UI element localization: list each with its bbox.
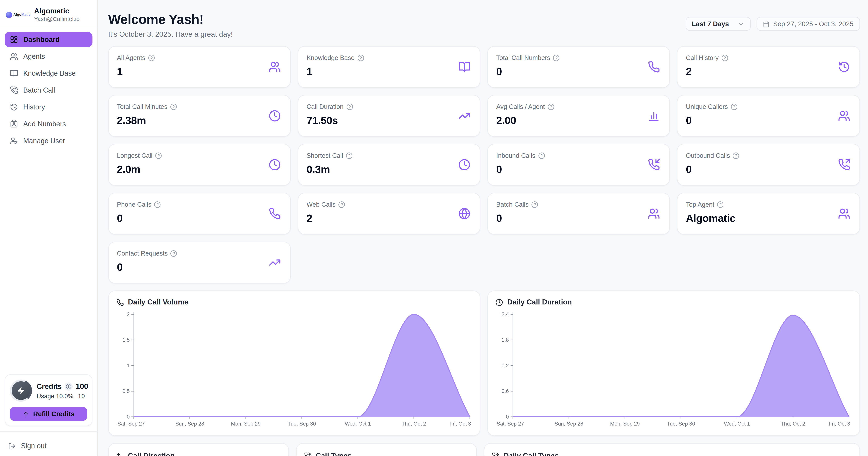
help-icon[interactable] xyxy=(548,104,554,110)
stat-value: 0 xyxy=(117,212,282,225)
svg-text:Wed, Oct 1: Wed, Oct 1 xyxy=(345,421,371,427)
history-icon xyxy=(838,61,850,73)
help-icon[interactable] xyxy=(358,55,364,61)
help-icon[interactable] xyxy=(733,152,739,159)
stat-card: Outbound Calls 0 xyxy=(677,144,860,186)
stats-grid: All Agents 1 Knowledge Base 1 Total Call… xyxy=(108,46,860,284)
help-icon[interactable] xyxy=(538,152,545,159)
sidebar-item-dashboard[interactable]: Dashboard xyxy=(5,32,92,47)
clock-icon xyxy=(496,298,503,306)
logo-orb-icon xyxy=(6,11,12,18)
svg-text:Tue, Sep 30: Tue, Sep 30 xyxy=(667,421,695,427)
trending-up-icon xyxy=(269,257,281,269)
svg-text:Tue, Sep 30: Tue, Sep 30 xyxy=(288,421,316,427)
users-icon xyxy=(838,208,850,220)
stat-card: Unique Callers 0 xyxy=(677,95,860,137)
svg-text:Thu, Oct 2: Thu, Oct 2 xyxy=(402,421,426,427)
credits-summary: Credits 100 Usage 10.0% 10 xyxy=(10,380,87,402)
stat-value: 2 xyxy=(686,66,851,78)
stat-value: 0.3m xyxy=(306,164,472,176)
bottom-chart-card: Call Direction xyxy=(108,443,289,456)
help-icon[interactable] xyxy=(170,250,177,257)
phone-incoming-icon xyxy=(648,159,660,171)
svg-text:0.5: 0.5 xyxy=(122,388,130,394)
stat-card: Shortest Call 0.3m xyxy=(298,144,480,186)
chevron-down-icon xyxy=(738,21,744,27)
svg-text:0: 0 xyxy=(506,414,509,420)
sidebar-item-add-numbers[interactable]: Add Numbers xyxy=(5,117,92,132)
help-icon[interactable] xyxy=(731,104,737,110)
date-range-dropdown-value: Last 7 Days xyxy=(692,20,729,27)
stat-label: Inbound Calls xyxy=(496,152,535,159)
sidebar-nav: Dashboard Agents Knowledge Base Batch Ca… xyxy=(5,32,92,149)
stat-label: All Agents xyxy=(117,54,145,61)
svg-text:Sat, Sep 27: Sat, Sep 27 xyxy=(118,421,145,427)
sidebar-item-history[interactable]: History xyxy=(5,100,92,115)
credits-used-value: 10 xyxy=(78,393,88,400)
stat-label: Knowledge Base xyxy=(306,54,354,61)
credits-card: Credits 100 Usage 10.0% 10 Refill Credit… xyxy=(5,374,92,426)
help-icon[interactable] xyxy=(717,201,723,208)
help-icon[interactable] xyxy=(148,55,155,61)
help-icon[interactable] xyxy=(155,152,162,159)
help-icon[interactable] xyxy=(553,55,560,61)
app-root: AlgoMatic Algomatic Yash@Callintel.io Da… xyxy=(0,0,868,456)
stat-value: 0 xyxy=(686,164,851,176)
daily-call-duration-card: Daily Call Duration 00.61.21.82.4Sat, Se… xyxy=(488,290,860,436)
date-range-picker[interactable]: Sep 27, 2025 - Oct 3, 2025 xyxy=(756,17,860,31)
users-icon xyxy=(269,61,281,73)
stat-card: Contact Requests 0 xyxy=(108,241,291,284)
help-icon[interactable] xyxy=(338,201,345,208)
arrow-up-icon xyxy=(23,411,29,417)
book-open-icon xyxy=(458,61,471,73)
svg-text:Sun, Sep 28: Sun, Sep 28 xyxy=(555,421,584,427)
stat-card: Knowledge Base 1 xyxy=(298,46,480,88)
users-icon xyxy=(838,110,850,122)
page-title: Welcome Yash! xyxy=(108,12,233,27)
sidebar-item-label: History xyxy=(23,103,45,111)
sidebar-item-label: Manage User xyxy=(23,137,65,145)
stat-card: Call Duration 71.50s xyxy=(298,95,480,137)
help-icon[interactable] xyxy=(721,55,728,61)
stat-card: Total Call Minutes 2.38m xyxy=(108,95,291,137)
svg-text:Fri, Oct 3: Fri, Oct 3 xyxy=(450,421,471,427)
user-email: Yash@Callintel.io xyxy=(34,16,80,22)
help-icon[interactable] xyxy=(531,201,538,208)
sidebar-item-batch-call[interactable]: Batch Call xyxy=(5,83,92,98)
sign-out-button[interactable]: Sign out xyxy=(5,437,92,451)
sidebar-item-agents[interactable]: Agents xyxy=(5,49,92,64)
stat-value: 71.50s xyxy=(306,115,472,127)
help-icon[interactable] xyxy=(154,201,161,208)
page-subtitle: It's October 3, 2025. Have a great day! xyxy=(108,30,233,38)
date-range-dropdown[interactable]: Last 7 Days xyxy=(685,17,750,31)
help-icon[interactable] xyxy=(346,104,353,110)
sidebar-spacer xyxy=(5,149,92,374)
stat-label: Contact Requests xyxy=(117,250,168,257)
svg-text:Mon, Sep 29: Mon, Sep 29 xyxy=(231,421,260,427)
sign-out-label: Sign out xyxy=(21,442,46,450)
stat-label: Unique Callers xyxy=(686,103,728,110)
svg-text:Sun, Sep 28: Sun, Sep 28 xyxy=(176,421,204,427)
daily-call-volume-card: Daily Call Volume 00.511.52Sat, Sep 27Su… xyxy=(108,290,480,436)
chart-title: Call Direction xyxy=(128,452,175,456)
credits-progress-ring xyxy=(10,380,32,402)
sidebar-divider xyxy=(0,27,97,28)
users-icon xyxy=(10,53,18,61)
help-icon[interactable] xyxy=(346,152,352,159)
chart-title: Daily Call Volume xyxy=(128,298,188,306)
info-icon[interactable] xyxy=(65,382,73,391)
refill-credits-button[interactable]: Refill Credits xyxy=(10,407,87,421)
sidebar-item-knowledge-base[interactable]: Knowledge Base xyxy=(5,66,92,81)
svg-text:1: 1 xyxy=(127,363,130,369)
svg-text:1.2: 1.2 xyxy=(502,363,509,369)
user-cog-icon xyxy=(10,137,18,145)
sidebar-item-label: Add Numbers xyxy=(23,120,66,128)
help-icon[interactable] xyxy=(170,104,177,110)
stat-label: Total Call Numbers xyxy=(496,54,550,61)
stat-card: Avg Calls / Agent 2.00 xyxy=(488,95,670,137)
zap-icon xyxy=(17,387,25,395)
phone-call-icon xyxy=(10,86,18,94)
book-open-icon xyxy=(10,69,18,78)
sidebar-item-manage-user[interactable]: Manage User xyxy=(5,134,92,149)
stat-card: Phone Calls 0 xyxy=(108,193,291,235)
